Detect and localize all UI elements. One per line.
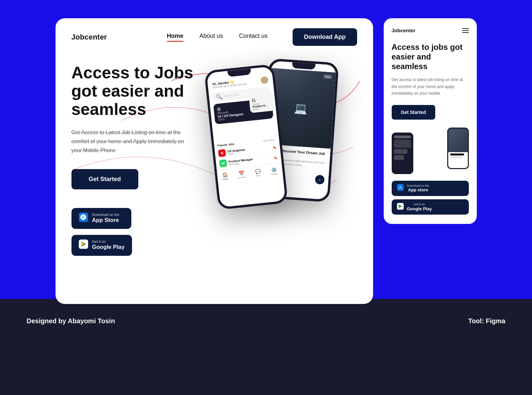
mp-title: Access to jobs got easier and seamless <box>392 43 469 71</box>
mp-appstore-text: Download on the App store <box>407 184 430 193</box>
appstore-main: App Store <box>92 217 119 224</box>
hero-subtitle: Get Access to Latest Job Listing on time… <box>71 128 185 155</box>
footer: Designed by Abayomi Tosin Tool: Figma <box>0 304 532 338</box>
mp-store-buttons: A Download on the App store Get it on <box>392 181 469 215</box>
phone-front-screen: Hi, Jacobs 🌟 Discover your dream job now… <box>206 66 285 207</box>
hero-section: Access to Jobs got easier and seamless G… <box>56 54 373 286</box>
navbar: Jobcenter Home About us Contact us Downl… <box>56 18 373 54</box>
appstore-text: Download on the App Store <box>92 213 120 224</box>
get-started-button[interactable]: Get Started <box>71 169 138 189</box>
pb-next-arrow[interactable]: › <box>315 175 325 185</box>
mobile-preview-card: Jobcenter Access to jobs got easier and … <box>384 18 477 224</box>
mp-appstore-button[interactable]: A Download on the App store <box>392 181 469 196</box>
hamburger-menu[interactable] <box>462 28 469 33</box>
googleplay-sub: Get it on <box>92 240 106 244</box>
pf-nav-home[interactable]: 🏠 Home <box>222 172 228 180</box>
home-nav-icon: 🏠 <box>222 172 228 178</box>
avatar <box>260 76 268 84</box>
pf-secondary-job: G Google Product D... $45/h <box>249 94 275 113</box>
hero-title: Access to Jobs got easier and seamless <box>71 64 198 119</box>
settings-nav-icon: ⚙️ <box>271 167 277 173</box>
nav-logo: Jobcenter <box>71 33 107 42</box>
schedule-nav-icon: 📅 <box>238 170 244 176</box>
footer-credit: Designed by Abayomi Tosin <box>27 317 115 325</box>
mp-appstore-main: App store <box>407 187 430 193</box>
mp-phone-right-content <box>448 152 468 168</box>
hamburger-line-1 <box>462 28 469 29</box>
phone-front: Hi, Jacobs 🌟 Discover your dream job now… <box>204 64 288 210</box>
schedule-nav-label: Schedule <box>237 176 246 179</box>
mp-googleplay-icon <box>397 203 404 211</box>
main-card: Jobcenter Home About us Contact us Downl… <box>56 18 373 304</box>
svg-text:A: A <box>399 185 402 190</box>
svg-text:🅐: 🅐 <box>80 214 86 221</box>
mp-phones-area <box>392 128 469 174</box>
nav-contact[interactable]: Contact us <box>239 33 268 42</box>
nav-about[interactable]: About us <box>200 33 223 42</box>
hero-left: Access to Jobs got easier and seamless G… <box>71 54 198 286</box>
appstore-icon: 🅐 <box>79 213 88 224</box>
appstore-button[interactable]: 🅐 Download on the App Store <box>71 208 131 229</box>
googleplay-button[interactable]: Get it on Google Play <box>71 235 132 256</box>
whatsapp-bookmark[interactable]: 🔖 <box>274 156 278 159</box>
googleplay-text: Get it on Google Play <box>92 240 125 251</box>
whatsapp-job-info: Product Manager Whatsapp <box>228 157 253 166</box>
mp-phone-left-screen <box>393 134 412 173</box>
settings-nav-label: Settings <box>270 173 278 175</box>
chat-nav-icon: 💬 <box>255 168 261 174</box>
appstore-sub: Download on the <box>92 213 120 217</box>
nav-links: Home About us Contact us <box>167 33 293 42</box>
footer-tool: Tool: Figma <box>468 317 505 325</box>
mp-phone-left <box>392 133 413 174</box>
mp-googleplay-button[interactable]: Get it on Google Play <box>392 199 469 215</box>
netflix-icon: N <box>218 149 226 157</box>
mp-appstore-icon: A <box>397 184 404 192</box>
home-nav-label: Home <box>222 178 228 180</box>
pb-skip[interactable]: Skip <box>323 74 332 79</box>
view-more-link[interactable]: View More... <box>263 139 276 142</box>
mp-get-started-button[interactable]: Get Started <box>392 105 435 120</box>
pf-nav-chat[interactable]: 💬 Chat <box>255 168 261 177</box>
mp-navbar: Jobcenter <box>392 28 469 33</box>
googleplay-icon <box>79 240 88 251</box>
hamburger-line-3 <box>462 32 469 33</box>
mp-googleplay-text: Get it on Google Play <box>407 203 432 211</box>
microsoft-logo: ⊞ <box>216 106 221 112</box>
pf-search-placeholder: Search Jobs... <box>224 93 241 98</box>
store-buttons: 🅐 Download on the App Store <box>71 208 198 256</box>
mp-phone-right <box>447 128 469 169</box>
googleplay-main: Google Play <box>92 244 125 250</box>
mp-googleplay-main: Google Play <box>407 206 432 212</box>
mp-appstore-sub: Download on the <box>407 184 430 188</box>
popular-section-label: Popular Jobs <box>217 143 234 147</box>
whatsapp-icon: W <box>219 159 227 167</box>
nav-home[interactable]: Home <box>167 33 184 42</box>
mp-phone-right-screen <box>448 129 468 152</box>
hamburger-line-2 <box>462 30 469 31</box>
chat-nav-label: Chat <box>256 174 260 177</box>
mp-desc: Get access to latest job listing on time… <box>392 76 469 97</box>
mp-logo: Jobcenter <box>392 28 416 33</box>
pf-nav-schedule[interactable]: 📅 Schedule <box>237 170 246 179</box>
download-app-button[interactable]: Download App <box>293 28 357 46</box>
hero-phones: Hi, Jacobs 🌟 Discover your dream job now… <box>198 54 357 286</box>
netflix-bookmark[interactable]: 🔖 <box>273 146 277 149</box>
pf-nav-settings[interactable]: ⚙️ Settings <box>270 167 278 175</box>
netflix-job-info: UX Engineer Netflix <box>227 148 245 155</box>
mp-googleplay-sub: Get it on <box>407 203 432 206</box>
search-icon: 🔍 <box>215 93 223 100</box>
